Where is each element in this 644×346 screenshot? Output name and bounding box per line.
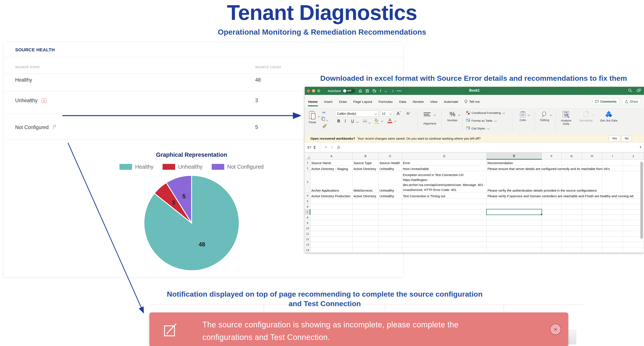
- row-header-10[interactable]: 10: [305, 226, 310, 231]
- sheet-cell-D14[interactable]: [402, 247, 487, 253]
- tell-me-label[interactable]: Tell me: [469, 100, 480, 104]
- analyze-data-button[interactable]: Analyze Data: [558, 111, 574, 125]
- sheet-cell-E4[interactable]: Please verify if Iqservice and Domain co…: [487, 193, 542, 198]
- flag-icon[interactable]: [52, 124, 57, 130]
- sheet-cell-G13[interactable]: [562, 242, 582, 247]
- underline-button[interactable]: U: [351, 119, 354, 124]
- sheet-cell-G8[interactable]: [562, 215, 582, 220]
- sheet-cell-E12[interactable]: [487, 236, 542, 242]
- recovery-no-button[interactable]: No: [622, 136, 632, 142]
- sheet-cell-F7[interactable]: [542, 210, 562, 215]
- sheet-cell-H12[interactable]: [582, 236, 602, 242]
- tab-home[interactable]: Home: [308, 98, 318, 105]
- save-icon[interactable]: [366, 89, 369, 93]
- sheet-cell-C2[interactable]: Unhealthy: [378, 166, 402, 171]
- sheet-cell-C13[interactable]: [378, 242, 402, 247]
- sheet-cell-E2[interactable]: Please ensure that server details are co…: [487, 166, 542, 171]
- sheet-cell-E10[interactable]: [487, 226, 542, 231]
- sheet-cell-A6[interactable]: [310, 204, 353, 210]
- sheet-cell-D7[interactable]: [402, 210, 487, 215]
- font-size-select[interactable]: 12: [380, 111, 393, 117]
- sheet-cell-C5[interactable]: [378, 198, 402, 204]
- tab-insert[interactable]: Insert: [324, 98, 333, 105]
- sheet-cell-B1[interactable]: Source Type: [353, 160, 378, 166]
- mac-zoom-icon[interactable]: [317, 89, 320, 92]
- sheet-cell-C9[interactable]: [378, 220, 402, 226]
- selected-cell[interactable]: [486, 209, 542, 215]
- row-header-5[interactable]: 5: [305, 198, 310, 204]
- row-header-11[interactable]: 11: [305, 231, 310, 236]
- sheet-cell-D11[interactable]: [402, 231, 487, 236]
- sheet-cell-B10[interactable]: [353, 226, 378, 231]
- sheet-cell-E5[interactable]: [487, 198, 542, 204]
- autosave-toggle[interactable]: OFF: [343, 89, 355, 93]
- sheet-cell-C11[interactable]: [378, 231, 402, 236]
- sheet-cell-A3[interactable]: Archer Applications: [310, 171, 353, 193]
- row-header-2[interactable]: 2: [305, 166, 310, 171]
- row-header-8[interactable]: 8: [305, 215, 310, 220]
- sheet-cell-C10[interactable]: [378, 226, 402, 231]
- format-painter-icon[interactable]: [322, 124, 327, 129]
- mac-minimize-icon[interactable]: [312, 89, 315, 92]
- sheet-cell-G1[interactable]: [562, 160, 582, 166]
- sheet-cell-G5[interactable]: [562, 198, 582, 204]
- sheet-cell-A10[interactable]: [310, 226, 353, 231]
- row-header-1[interactable]: 1: [305, 160, 310, 166]
- sheet-cell-A9[interactable]: [310, 220, 353, 226]
- sheet-cell-B8[interactable]: [353, 215, 378, 220]
- sheet-cell-B6[interactable]: [353, 204, 378, 210]
- row-header-3[interactable]: 3: [305, 171, 310, 193]
- sheet-cell-E14[interactable]: [487, 247, 542, 253]
- borders-icon[interactable]: [363, 119, 370, 124]
- sheet-cell-H14[interactable]: [582, 247, 602, 253]
- sheet-cell-H13[interactable]: [582, 242, 602, 247]
- sheet-cell-I10[interactable]: [602, 226, 623, 231]
- sheet-cell-C12[interactable]: [378, 236, 402, 242]
- mac-close-icon[interactable]: [307, 89, 310, 92]
- tab-data[interactable]: Data: [399, 98, 407, 105]
- sheet-cell-F1[interactable]: [542, 160, 562, 166]
- sheet-cell-B3[interactable]: WebServices: [353, 171, 378, 193]
- sheet-cell-A13[interactable]: [310, 242, 353, 247]
- sheet-cell-A8[interactable]: [310, 215, 353, 220]
- redo-icon[interactable]: [390, 89, 394, 93]
- font-color-icon[interactable]: A: [388, 118, 392, 123]
- column-header-D[interactable]: D: [402, 152, 487, 160]
- sheet-cell-F14[interactable]: [542, 247, 562, 253]
- sheet-cell-I3[interactable]: [602, 171, 623, 193]
- sheet-cell-H6[interactable]: [582, 204, 602, 210]
- sheet-cell-C6[interactable]: [378, 204, 402, 210]
- sheet-cell-I12[interactable]: [602, 236, 623, 242]
- sheet-cell-F13[interactable]: [542, 242, 562, 247]
- confirm-entry-icon[interactable]: ✓: [331, 145, 334, 150]
- sheet-cell-D2[interactable]: Host Unreachable: [402, 166, 487, 171]
- sheet-cell-I13[interactable]: [602, 242, 623, 247]
- sheet-cell-H7[interactable]: [582, 210, 602, 215]
- sheet-cell-J13[interactable]: [623, 242, 644, 247]
- sheet-cell-G6[interactable]: [562, 204, 582, 210]
- column-header-J[interactable]: J: [623, 152, 644, 160]
- sheet-cell-G10[interactable]: [562, 226, 582, 231]
- sheet-cell-B12[interactable]: [353, 236, 378, 242]
- sheet-cell-F11[interactable]: [542, 231, 562, 236]
- italic-button[interactable]: I: [344, 119, 346, 124]
- download-icon[interactable]: [41, 98, 47, 104]
- search-icon[interactable]: [628, 88, 632, 93]
- sheet-cell-B5[interactable]: [353, 198, 378, 204]
- sheet-cell-E1[interactable]: Recommendation: [487, 160, 542, 166]
- sheet-cell-B9[interactable]: [353, 220, 378, 226]
- sheet-cell-E3[interactable]: Please verfiy the authentication details…: [487, 171, 542, 193]
- editing-group[interactable]: Editing: [538, 111, 551, 122]
- sheet-cell-I1[interactable]: [602, 160, 623, 166]
- sheet-cell-B4[interactable]: Active Directory: [353, 193, 378, 198]
- column-header-I[interactable]: I: [602, 152, 623, 160]
- sheet-cell-I5[interactable]: [602, 198, 623, 204]
- sheet-cell-I8[interactable]: [602, 215, 623, 220]
- sheet-cell-A5[interactable]: [310, 198, 353, 204]
- sheet-cell-I7[interactable]: [602, 210, 623, 215]
- sheet-cell-F5[interactable]: [542, 198, 562, 204]
- decrease-font-icon[interactable]: Av: [406, 112, 410, 116]
- sheet-cell-C3[interactable]: Unhealthy: [378, 171, 402, 193]
- sheet-cell-B14[interactable]: [353, 247, 378, 253]
- fill-color-icon[interactable]: [374, 118, 379, 124]
